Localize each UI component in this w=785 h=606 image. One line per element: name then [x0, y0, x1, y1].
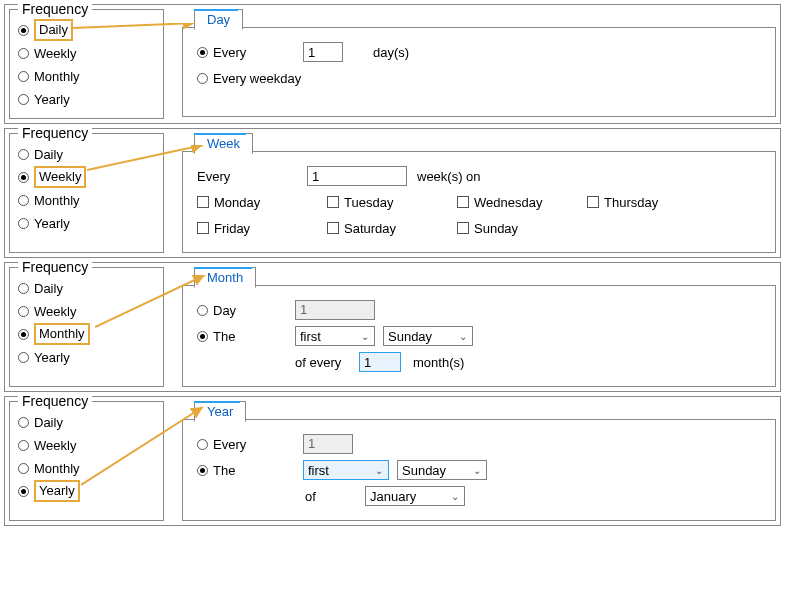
weekday-select[interactable]: Sunday ⌄ [383, 326, 473, 346]
freq-monthly-radio[interactable]: Monthly [18, 323, 155, 345]
tab-year[interactable]: Year [194, 401, 246, 422]
tab-day[interactable]: Day [194, 9, 243, 30]
month-day-value: 1 [295, 300, 375, 320]
the-label: The [213, 329, 273, 344]
freq-monthly-label: Monthly [34, 193, 80, 208]
freq-yearly-radio[interactable]: Yearly [18, 480, 155, 502]
freq-yearly-label: Yearly [34, 216, 70, 231]
radio-icon [18, 463, 29, 474]
week-tab-area: Week Every week(s) on Monday Tuesday Wed… [182, 133, 776, 253]
every-label: Every [197, 169, 307, 184]
freq-daily-radio[interactable]: Daily [18, 19, 155, 41]
freq-yearly-radio[interactable]: Yearly [18, 346, 155, 368]
year-tab-area: Year Every 1 The first ⌄ Sunday ⌄ [182, 401, 776, 521]
week-pane: Every week(s) on Monday Tuesday Wednesda… [182, 151, 776, 253]
freq-daily-radio[interactable]: Daily [18, 277, 155, 299]
chk-wednesday[interactable]: Wednesday [457, 195, 587, 210]
freq-daily-label: Daily [34, 281, 63, 296]
frequency-group: Frequency Daily Weekly Monthly Yearly [9, 9, 164, 119]
weekday-select[interactable]: Sunday ⌄ [397, 460, 487, 480]
freq-weekly-radio[interactable]: Weekly [18, 434, 155, 456]
radio-icon[interactable] [197, 439, 208, 450]
radio-icon [18, 306, 29, 317]
freq-daily-radio[interactable]: Daily [18, 143, 155, 165]
the-label: The [213, 463, 273, 478]
radio-icon[interactable] [197, 465, 208, 476]
checkbox-icon [197, 196, 209, 208]
checkbox-icon [457, 222, 469, 234]
chk-monday[interactable]: Monday [197, 195, 327, 210]
radio-icon [18, 195, 29, 206]
frequency-legend: Frequency [18, 259, 92, 275]
every-weekday-label: Every weekday [213, 71, 301, 86]
year-pane: Every 1 The first ⌄ Sunday ⌄ [182, 419, 776, 521]
freq-daily-radio[interactable]: Daily [18, 411, 155, 433]
chk-saturday[interactable]: Saturday [327, 221, 457, 236]
tab-indicator [194, 9, 238, 11]
tab-month[interactable]: Month [194, 267, 256, 288]
radio-icon [18, 417, 29, 428]
chk-thursday[interactable]: Thursday [587, 195, 717, 210]
radio-icon [18, 352, 29, 363]
day-tab-area: Day Every day(s) Every weekday [182, 9, 776, 119]
radio-icon[interactable] [197, 73, 208, 84]
frequency-group: Frequency Daily Weekly Monthly Yearly [9, 133, 164, 253]
year-every-value: 1 [303, 434, 353, 454]
freq-yearly-label: Yearly [34, 480, 80, 502]
freq-yearly-radio[interactable]: Yearly [18, 88, 155, 110]
ordinal-select[interactable]: first ⌄ [303, 460, 389, 480]
radio-icon [18, 149, 29, 160]
frequency-group: Frequency Daily Weekly Monthly Yearly [9, 267, 164, 387]
freq-monthly-radio[interactable]: Monthly [18, 457, 155, 479]
radio-icon[interactable] [197, 331, 208, 342]
radio-icon [18, 71, 29, 82]
tab-indicator [194, 267, 252, 269]
freq-weekly-radio[interactable]: Weekly [18, 42, 155, 64]
freq-daily-label: Daily [34, 415, 63, 430]
radio-icon [18, 94, 29, 105]
radio-icon[interactable] [197, 305, 208, 316]
freq-monthly-label: Monthly [34, 69, 80, 84]
chk-tuesday[interactable]: Tuesday [327, 195, 457, 210]
freq-weekly-radio[interactable]: Weekly [18, 166, 155, 188]
checkbox-icon [327, 196, 339, 208]
frequency-legend: Frequency [18, 393, 92, 409]
of-every-label: of every [295, 355, 359, 370]
ordinal-select[interactable]: first ⌄ [295, 326, 375, 346]
radio-icon [18, 25, 29, 36]
radio-icon [18, 283, 29, 294]
freq-monthly-radio[interactable]: Monthly [18, 65, 155, 87]
radio-icon [18, 218, 29, 229]
freq-daily-label: Daily [34, 147, 63, 162]
chevron-down-icon: ⌄ [358, 331, 372, 342]
freq-weekly-label: Weekly [34, 46, 76, 61]
checkbox-icon [327, 222, 339, 234]
chk-sunday[interactable]: Sunday [457, 221, 587, 236]
freq-weekly-label: Weekly [34, 166, 86, 188]
radio-icon [18, 440, 29, 451]
freq-yearly-radio[interactable]: Yearly [18, 212, 155, 234]
panel-daily: Frequency Daily Weekly Monthly Yearly Da… [4, 4, 781, 124]
tab-indicator [194, 133, 246, 135]
radio-icon [18, 486, 29, 497]
chevron-down-icon: ⌄ [470, 465, 484, 476]
day-every-input[interactable] [303, 42, 343, 62]
radio-icon [18, 329, 29, 340]
checkbox-icon [197, 222, 209, 234]
radio-icon[interactable] [197, 47, 208, 58]
month-count-input[interactable] [359, 352, 401, 372]
frequency-legend: Frequency [18, 125, 92, 141]
week-every-input[interactable] [307, 166, 407, 186]
panel-yearly: Frequency Daily Weekly Monthly Yearly Ye… [4, 396, 781, 526]
tab-week[interactable]: Week [194, 133, 253, 154]
panel-weekly: Frequency Daily Weekly Monthly Yearly We… [4, 128, 781, 258]
days-suffix: day(s) [373, 45, 409, 60]
frequency-legend: Frequency [18, 1, 92, 17]
freq-yearly-label: Yearly [34, 350, 70, 365]
chk-friday[interactable]: Friday [197, 221, 327, 236]
freq-monthly-radio[interactable]: Monthly [18, 189, 155, 211]
chevron-down-icon: ⌄ [456, 331, 470, 342]
month-select[interactable]: January ⌄ [365, 486, 465, 506]
freq-yearly-label: Yearly [34, 92, 70, 107]
freq-weekly-radio[interactable]: Weekly [18, 300, 155, 322]
